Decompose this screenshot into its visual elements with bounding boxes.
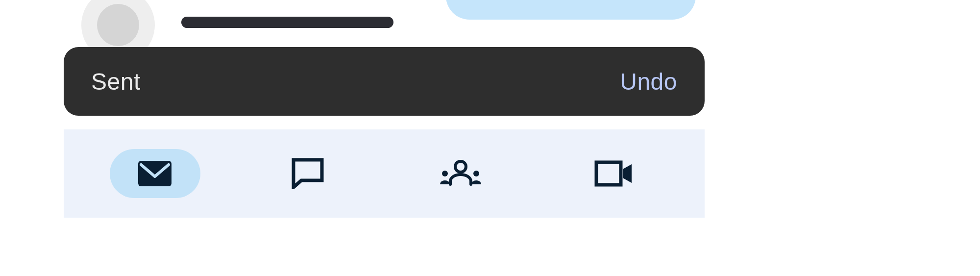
svg-point-3: [473, 171, 479, 176]
redacted-subject-line: [181, 17, 393, 28]
people-icon: [439, 160, 483, 187]
svg-point-2: [442, 171, 448, 176]
nav-pill: [416, 149, 506, 198]
video-icon: [594, 160, 633, 187]
chat-icon: [292, 158, 324, 189]
svg-rect-4: [596, 162, 621, 185]
nav-pill-selected: [110, 149, 200, 198]
undo-button[interactable]: Undo: [620, 68, 677, 95]
snackbar-message: Sent: [91, 68, 141, 95]
nav-item-meet[interactable]: [537, 149, 690, 198]
nav-pill: [263, 149, 353, 198]
nav-item-spaces[interactable]: [384, 149, 537, 198]
svg-point-1: [455, 161, 466, 172]
compose-chip-fragment: [446, 0, 696, 20]
nav-pill: [568, 149, 659, 198]
avatar-placeholder: [97, 4, 139, 46]
nav-item-chat[interactable]: [231, 149, 384, 198]
nav-item-mail[interactable]: [78, 149, 231, 198]
mail-icon: [138, 161, 172, 186]
bottom-navigation: [64, 129, 705, 218]
snackbar: Sent Undo: [64, 47, 705, 116]
